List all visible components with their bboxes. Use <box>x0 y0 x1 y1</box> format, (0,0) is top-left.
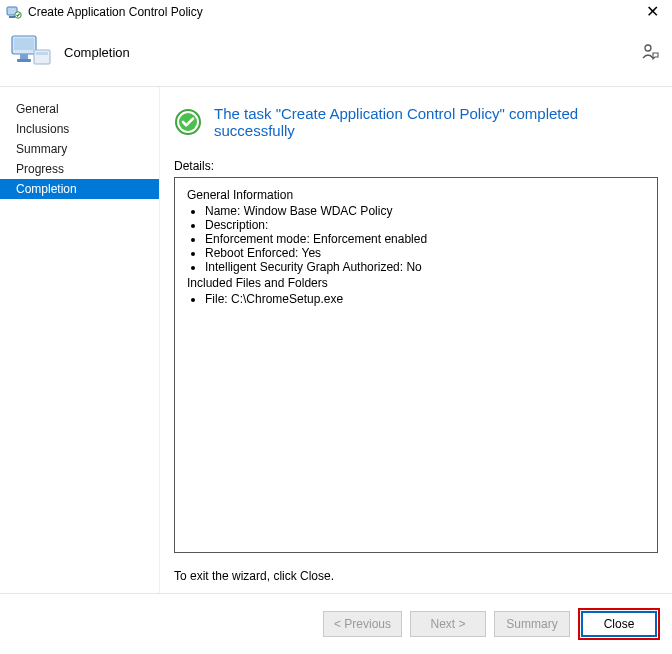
svg-rect-1 <box>9 16 15 18</box>
wizard-window: { "window": { "title": "Create Applicati… <box>0 0 672 654</box>
titlebar: Create Application Control Policy ✕ <box>0 0 672 26</box>
details-general-list: Name: Window Base WDAC Policy Descriptio… <box>205 204 645 274</box>
svg-rect-8 <box>36 52 48 55</box>
completion-icon <box>10 32 54 72</box>
sidebar: General Inclusions Summary Progress Comp… <box>0 87 160 593</box>
sidebar-item-completion[interactable]: Completion <box>0 179 159 199</box>
close-button[interactable]: Close <box>581 611 657 637</box>
details-section-general: General Information <box>187 188 645 202</box>
detail-enforcement: Enforcement mode: Enforcement enabled <box>205 232 645 246</box>
window-close-button[interactable]: ✕ <box>640 4 664 20</box>
detail-isg: Intelligent Security Graph Authorized: N… <box>205 260 645 274</box>
detail-reboot: Reboot Enforced: Yes <box>205 246 645 260</box>
sidebar-item-summary[interactable]: Summary <box>0 139 159 159</box>
summary-button: Summary <box>494 611 570 637</box>
details-included-list: File: C:\ChromeSetup.exe <box>205 292 645 306</box>
app-icon <box>6 4 22 20</box>
close-highlight: Close <box>578 608 660 640</box>
sidebar-item-progress[interactable]: Progress <box>0 159 159 179</box>
wizard-header: Completion <box>0 26 672 87</box>
exit-note: To exit the wizard, click Close. <box>174 569 658 583</box>
wizard-footer: < Previous Next > Summary Close <box>0 593 672 654</box>
svg-rect-4 <box>14 38 34 50</box>
details-box: General Information Name: Window Base WD… <box>174 177 658 553</box>
wizard-body: General Inclusions Summary Progress Comp… <box>0 87 672 593</box>
svg-rect-6 <box>17 59 31 62</box>
sidebar-item-general[interactable]: General <box>0 99 159 119</box>
detail-file: File: C:\ChromeSetup.exe <box>205 292 645 306</box>
svg-point-9 <box>645 45 651 51</box>
details-label: Details: <box>174 159 658 173</box>
next-button: Next > <box>410 611 486 637</box>
status-row: The task "Create Application Control Pol… <box>174 105 658 139</box>
user-feedback-icon[interactable] <box>640 42 660 62</box>
svg-rect-5 <box>20 54 28 59</box>
detail-description: Description: <box>205 218 645 232</box>
detail-name: Name: Window Base WDAC Policy <box>205 204 645 218</box>
success-check-icon <box>174 108 202 136</box>
previous-button: < Previous <box>323 611 402 637</box>
main-panel: The task "Create Application Control Pol… <box>160 87 672 593</box>
page-title: Completion <box>64 45 130 60</box>
window-title: Create Application Control Policy <box>28 5 203 19</box>
details-section-included: Included Files and Folders <box>187 276 645 290</box>
sidebar-item-inclusions[interactable]: Inclusions <box>0 119 159 139</box>
success-message: The task "Create Application Control Pol… <box>214 105 658 139</box>
